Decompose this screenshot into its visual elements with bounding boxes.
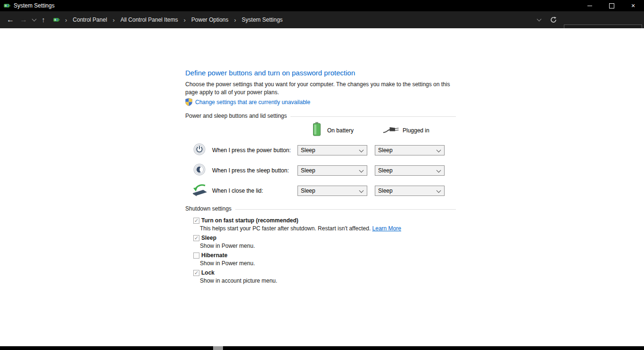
breadcrumb-separator-icon: › (113, 16, 115, 24)
close-lid-on-battery-select[interactable]: Sleep (297, 186, 367, 196)
combo-value: Sleep (378, 167, 393, 174)
combo-value: Sleep (378, 187, 393, 194)
close-lid-plugged-in-select[interactable]: Sleep (375, 186, 445, 196)
refresh-button[interactable] (548, 11, 559, 28)
minimize-icon (587, 6, 592, 6)
chevron-down-icon (359, 188, 364, 193)
maximize-button[interactable] (601, 0, 622, 11)
fast-startup-checkbox[interactable]: ✓ (193, 218, 199, 224)
window-title: System Settings (14, 0, 55, 11)
taskbar-edge-strip (0, 346, 644, 350)
power-button-icon (193, 143, 206, 157)
admin-link-row: Change settings that are currently unava… (185, 98, 310, 106)
power-button-on-battery-select[interactable]: Sleep (297, 145, 367, 155)
breadcrumb-all-control-panel-items[interactable]: All Control Panel Items (119, 16, 179, 24)
breadcrumb-separator-icon: › (65, 16, 67, 24)
page-title: Define power buttons and turn on passwor… (185, 69, 355, 77)
forward-button[interactable]: → (17, 11, 30, 28)
sleep-description: Show in Power menu. (200, 243, 255, 249)
refresh-icon (550, 16, 557, 23)
address-bar-app-icon[interactable] (53, 16, 60, 24)
breadcrumb-power-options[interactable]: Power Options (190, 16, 230, 24)
close-lid-row-label: When I close the lid: (212, 186, 263, 196)
chevron-down-icon (437, 168, 441, 173)
address-dropdown-button[interactable] (534, 11, 544, 28)
learn-more-link[interactable]: Learn More (372, 225, 401, 232)
chevron-down-icon (32, 17, 36, 22)
combo-value: Sleep (301, 147, 315, 154)
maximize-icon (609, 3, 614, 8)
sleep-label: Sleep (201, 235, 216, 241)
close-icon: × (631, 0, 635, 11)
fast-startup-description: This helps start your PC faster after sh… (200, 225, 401, 232)
breadcrumb-separator-icon: › (234, 16, 236, 24)
fast-startup-label: Turn on fast startup (recommended) (201, 217, 298, 224)
lock-checkbox[interactable]: ✓ (193, 270, 199, 276)
chevron-down-icon (437, 188, 441, 193)
hibernate-checkbox[interactable] (193, 252, 199, 259)
chevron-down-icon (437, 148, 441, 153)
plugged-in-column-label: Plugged in (403, 127, 429, 134)
plug-icon (383, 125, 400, 135)
breadcrumb-system-settings[interactable]: System Settings (241, 16, 284, 24)
close-button[interactable]: × (622, 0, 644, 11)
back-button[interactable]: ← (4, 11, 17, 28)
uac-shield-icon (185, 98, 192, 106)
on-battery-column-label: On battery (327, 127, 354, 134)
power-button-plugged-in-select[interactable]: Sleep (375, 145, 445, 155)
hibernate-label: Hibernate (201, 252, 227, 259)
sleep-button-row-label: When I press the sleep button: (212, 165, 289, 176)
sleep-button-plugged-in-select[interactable]: Sleep (375, 165, 445, 176)
recent-pages-button[interactable] (29, 11, 39, 28)
lock-description: Show in account picture menu. (200, 277, 277, 284)
laptop-lid-icon (191, 184, 208, 198)
system-settings-window: System Settings × ← → ↑ (0, 0, 644, 350)
fast-startup-description-text: This helps start your PC faster after sh… (200, 225, 371, 232)
sleep-button-on-battery-select[interactable]: Sleep (297, 165, 367, 176)
minimize-button[interactable] (579, 0, 601, 11)
combo-value: Sleep (378, 147, 393, 154)
up-button[interactable]: ↑ (38, 11, 49, 28)
breadcrumb: › Control Panel › All Control Panel Item… (53, 11, 284, 28)
intro-text: Choose the power settings that you want … (185, 81, 455, 97)
hibernate-description: Show in Power menu. (200, 260, 255, 267)
lock-label: Lock (201, 269, 215, 276)
section-divider (235, 209, 456, 210)
power-options-app-icon (3, 2, 11, 9)
back-arrow-icon: ← (7, 11, 14, 28)
navigation-bar: ← → ↑ › Control Panel › All Control Pane (0, 11, 644, 28)
breadcrumb-control-panel[interactable]: Control Panel (72, 16, 108, 24)
combo-value: Sleep (301, 167, 315, 174)
battery-icon (313, 122, 321, 138)
power-section-heading: Power and sleep buttons and lid settings (185, 113, 287, 119)
section-divider (290, 116, 456, 117)
shutdown-section-heading: Shutdown settings (185, 205, 231, 212)
chevron-down-icon (359, 148, 364, 153)
main-content: Define power buttons and turn on passwor… (0, 28, 644, 346)
power-section-header: Power and sleep buttons and lid settings (185, 113, 456, 119)
sleep-checkbox[interactable]: ✓ (193, 235, 199, 241)
power-button-row-label: When I press the power button: (212, 145, 291, 155)
taskbar-notch (213, 346, 223, 350)
chevron-down-icon (359, 168, 364, 173)
combo-value: Sleep (301, 187, 315, 194)
sleep-button-icon (193, 163, 206, 178)
chevron-down-icon (537, 17, 541, 22)
title-bar: System Settings × (0, 0, 644, 11)
shutdown-section-header: Shutdown settings (185, 205, 456, 212)
breadcrumb-separator-icon: › (183, 16, 185, 24)
up-arrow-icon: ↑ (41, 11, 45, 28)
change-unavailable-settings-link[interactable]: Change settings that are currently unava… (195, 99, 310, 106)
forward-arrow-icon: → (20, 11, 27, 28)
